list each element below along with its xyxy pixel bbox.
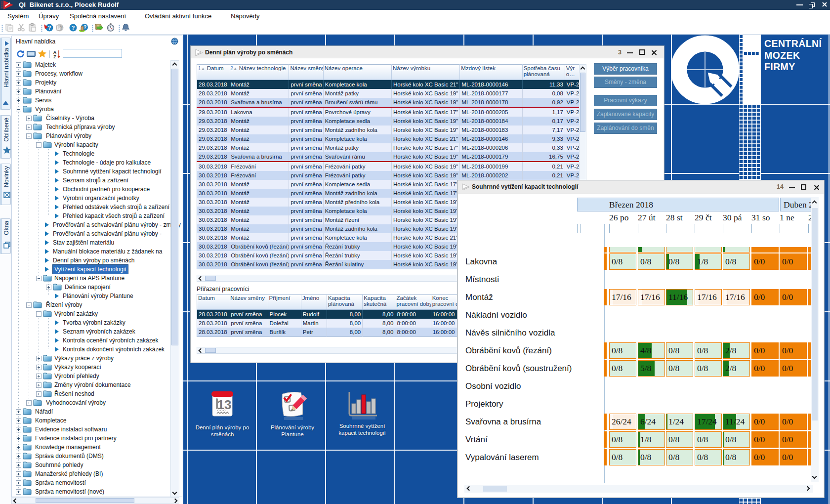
svg-text:?: ? [83,25,86,30]
svg-text:?: ? [60,25,63,31]
svg-text:?: ? [48,25,51,31]
svg-text:?: ? [72,25,75,31]
svg-text:Z: Z [53,54,56,59]
